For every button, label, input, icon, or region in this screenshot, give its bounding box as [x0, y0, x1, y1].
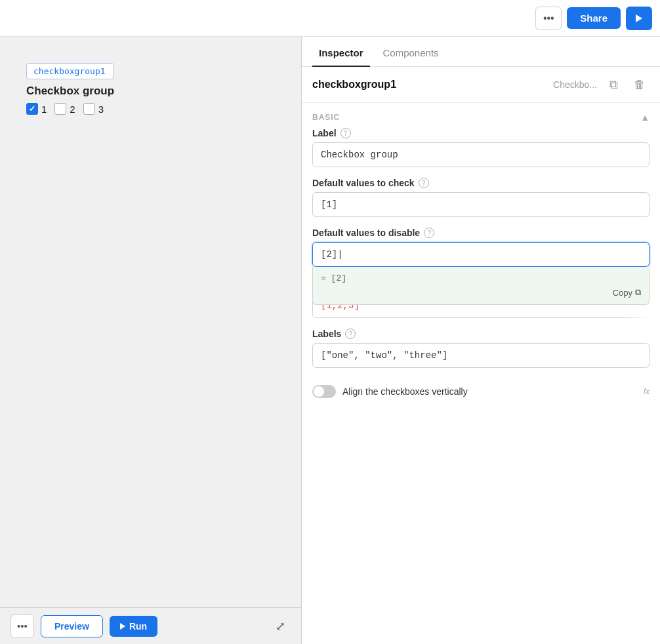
topbar-run-button[interactable]: [626, 7, 652, 30]
default-check-input[interactable]: [312, 192, 650, 217]
bottom-more-icon: •••: [17, 620, 28, 632]
section-title-basic: BASIC: [312, 113, 340, 122]
dropdown-suggestion: = [2] Copy ⧉: [312, 267, 650, 305]
inspector-component-type: Checkbo...: [553, 79, 597, 90]
checkbox-item-2: 2: [54, 103, 75, 115]
checkbox-2[interactable]: [54, 103, 66, 115]
copy-suggestion-label: Copy: [613, 288, 632, 298]
checkboxes-row: 1 2 3: [26, 103, 114, 115]
tabs-row: Inspector Components: [302, 37, 660, 67]
share-button[interactable]: Share: [567, 7, 621, 29]
delete-component-button[interactable]: 🗑: [630, 75, 650, 94]
play-icon: [636, 14, 642, 22]
main-area: checkboxgroup1 Checkbox group 1 2 3: [0, 37, 660, 644]
section-header-basic: BASIC ▲: [312, 103, 650, 128]
run-button[interactable]: Run: [110, 616, 157, 637]
suggestion-copy-row: Copy ⧉: [321, 287, 641, 298]
default-check-label: Default values to check: [312, 178, 415, 188]
labels-label-row: Labels ?: [312, 329, 650, 339]
default-disable-help-icon[interactable]: ?: [424, 228, 434, 238]
component-header: checkboxgroup1 Checkbo... ⧉ 🗑: [302, 67, 660, 103]
checkbox-item-1: 1: [26, 103, 47, 115]
labels-input[interactable]: [312, 343, 650, 368]
labels-label: Labels: [312, 329, 341, 339]
checkbox-3-label: 3: [98, 104, 104, 115]
tab-inspector-label: Inspector: [319, 47, 363, 58]
bottom-more-button[interactable]: •••: [10, 614, 34, 638]
trash-icon: 🗑: [634, 78, 646, 92]
more-icon: •••: [543, 12, 554, 24]
default-disable-label: Default values to disable: [312, 228, 420, 238]
label-help-icon[interactable]: ?: [340, 128, 351, 138]
expand-icon: ⤢: [276, 619, 285, 634]
default-disable-field-group: Default values to disable ? = [2] Copy ⧉: [312, 228, 650, 267]
canvas-content: checkboxgroup1 Checkbox group 1 2 3: [0, 37, 301, 607]
run-label: Run: [129, 621, 147, 632]
label-input[interactable]: [312, 142, 650, 167]
topbar: ••• Share: [0, 0, 660, 37]
copy-component-button[interactable]: ⧉: [604, 75, 623, 94]
preview-label: Preview: [54, 621, 89, 632]
bottom-bar: ••• Preview Run ⤢: [0, 607, 301, 644]
share-label: Share: [580, 12, 608, 24]
tab-components-label: Components: [383, 47, 439, 58]
expand-button[interactable]: ⤢: [270, 616, 291, 637]
component-id: checkboxgroup1: [33, 66, 106, 76]
canvas-panel: checkboxgroup1 Checkbox group 1 2 3: [0, 37, 302, 644]
fx-label: fx: [644, 387, 650, 396]
checkbox-2-label: 2: [70, 104, 75, 115]
checkbox-1[interactable]: [26, 103, 38, 115]
label-field-label-row: Label ?: [312, 128, 650, 138]
suggestion-value: = [2]: [321, 273, 641, 283]
component-label-box: checkboxgroup1: [26, 63, 114, 79]
default-disable-input-wrapper: = [2] Copy ⧉: [312, 242, 650, 267]
checkbox-3[interactable]: [83, 103, 95, 115]
section-toggle-basic[interactable]: ▲: [640, 112, 650, 123]
inspector-component-name: checkboxgroup1: [312, 79, 547, 91]
default-disable-label-row: Default values to disable ?: [312, 228, 650, 238]
preview-button[interactable]: Preview: [41, 615, 103, 637]
default-check-help-icon[interactable]: ?: [419, 178, 429, 188]
default-disable-input[interactable]: [312, 242, 650, 267]
basic-section: BASIC ▲ Label ? Default values to check …: [302, 103, 660, 644]
copy-icon: ⧉: [609, 78, 618, 92]
align-toggle-label: Align the checkboxes vertically: [342, 386, 468, 397]
labels-field-group: Labels ?: [312, 329, 650, 368]
default-check-field-group: Default values to check ?: [312, 178, 650, 217]
checkbox-1-label: 1: [41, 104, 47, 115]
checkbox-item-3: 3: [83, 103, 104, 115]
default-check-label-row: Default values to check ?: [312, 178, 650, 188]
tab-components[interactable]: Components: [377, 37, 445, 66]
labels-help-icon[interactable]: ?: [345, 329, 356, 339]
component-widget: checkboxgroup1 Checkbox group 1 2 3: [26, 63, 114, 115]
label-field-group: Label ?: [312, 128, 650, 167]
align-toggle[interactable]: [312, 385, 336, 398]
inspector-panel: Inspector Components checkboxgroup1 Chec…: [302, 37, 660, 644]
copy-suggestion-button[interactable]: Copy ⧉: [613, 287, 641, 298]
align-toggle-row: Align the checkboxes vertically fx: [312, 378, 650, 405]
topbar-more-button[interactable]: •••: [535, 7, 562, 30]
chevron-up-icon: ▲: [640, 112, 650, 123]
copy-suggestion-icon: ⧉: [635, 287, 641, 298]
label-field-label: Label: [312, 128, 337, 138]
tab-inspector[interactable]: Inspector: [312, 37, 370, 66]
run-play-icon: [120, 623, 125, 630]
component-title: Checkbox group: [26, 85, 114, 98]
